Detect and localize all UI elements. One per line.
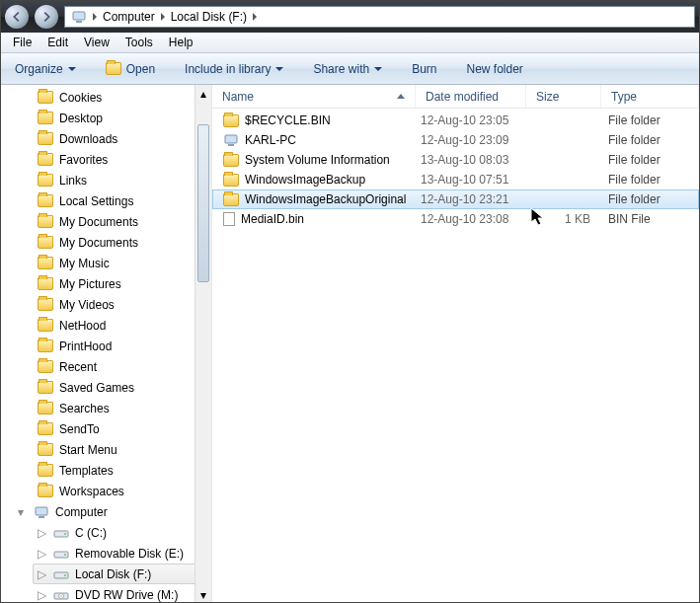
file-row[interactable]: WindowsImageBackupOriginal12-Aug-10 23:2…: [212, 189, 699, 209]
burn-button[interactable]: Burn: [406, 59, 442, 79]
organize-button[interactable]: Organize: [9, 59, 82, 79]
new-folder-label: New folder: [467, 62, 523, 76]
address-bar[interactable]: Computer Local Disk (F:): [64, 6, 695, 28]
burn-label: Burn: [412, 62, 436, 76]
menu-edit[interactable]: Edit: [39, 34, 76, 51]
file-row[interactable]: $RECYCLE.BIN12-Aug-10 23:05File folder: [212, 111, 699, 130]
file-row[interactable]: KARL-PC12-Aug-10 23:09File folder: [212, 130, 699, 150]
expander-icon[interactable]: ▷: [38, 526, 47, 540]
folder-icon: [38, 381, 53, 394]
tree-drive-item[interactable]: ▷DVD RW Drive (M:): [33, 584, 211, 603]
forward-button[interactable]: [35, 5, 58, 29]
tree-drive-label: Removable Disk (E:): [75, 547, 184, 561]
tree-item[interactable]: Templates: [33, 460, 211, 481]
drive-icon: [53, 546, 69, 562]
folder-icon: [38, 236, 53, 249]
file-name-label: WindowsImageBackup: [245, 173, 365, 187]
column-type[interactable]: Type: [601, 85, 699, 108]
tree-item-label: Recent: [59, 360, 97, 374]
tree-item[interactable]: Desktop: [33, 108, 211, 128]
tree-drive-label: C (C:): [75, 526, 107, 540]
tree-item[interactable]: Favorites: [33, 149, 211, 170]
menu-help[interactable]: Help: [161, 34, 201, 51]
folder-icon: [38, 112, 53, 124]
back-button[interactable]: [5, 5, 29, 29]
chevron-down-icon: [68, 67, 76, 71]
tree-item[interactable]: PrintHood: [33, 336, 211, 356]
tree-item-label: Cookies: [59, 91, 102, 105]
tree-item[interactable]: Local Settings: [33, 190, 211, 211]
share-with-button[interactable]: Share with: [307, 59, 388, 79]
tree-item[interactable]: Saved Games: [33, 377, 211, 398]
tree-item[interactable]: My Documents: [33, 232, 211, 253]
file-row[interactable]: WindowsImageBackup13-Aug-10 07:51File fo…: [212, 170, 699, 189]
tree-item[interactable]: Links: [33, 170, 211, 190]
tree-drive-item[interactable]: ▷Local Disk (F:): [33, 564, 211, 584]
tree-computer[interactable]: ▾Computer: [9, 501, 211, 522]
folder-icon: [38, 277, 53, 290]
folder-icon: [38, 153, 53, 166]
organize-label: Organize: [15, 62, 63, 76]
breadcrumb-root[interactable]: [67, 8, 91, 26]
include-in-library-button[interactable]: Include in library: [179, 59, 289, 79]
expander-icon[interactable]: ▷: [38, 588, 47, 602]
expander-icon[interactable]: ▷: [38, 547, 47, 561]
tree-item-label: Searches: [59, 402, 110, 415]
tree-item[interactable]: NetHood: [33, 315, 211, 336]
open-label: Open: [126, 62, 155, 76]
menu-tools[interactable]: Tools: [117, 34, 161, 51]
tree-item-label: Workspaces: [59, 485, 124, 498]
tree-item-label: SendTo: [59, 422, 100, 436]
file-type-label: File folder: [602, 153, 698, 167]
svg-rect-2: [36, 507, 47, 515]
file-date-label: 13-Aug-10 08:03: [417, 153, 527, 167]
breadcrumb-computer[interactable]: Computer: [99, 9, 159, 25]
svg-rect-3: [39, 516, 44, 518]
column-date[interactable]: Date modified: [416, 85, 526, 108]
file-row[interactable]: System Volume Information13-Aug-10 08:03…: [212, 150, 699, 170]
folder-icon: [38, 485, 53, 497]
folder-icon: [38, 298, 53, 311]
scroll-up-icon[interactable]: ▴: [195, 85, 211, 102]
file-type-label: File folder: [602, 192, 698, 206]
tree-item-label: My Documents: [59, 215, 138, 229]
tree-item-label: NetHood: [59, 319, 106, 333]
svg-rect-13: [225, 135, 237, 143]
tree-item[interactable]: Workspaces: [33, 481, 211, 501]
tree-item-label: Saved Games: [59, 381, 134, 395]
new-folder-button[interactable]: New folder: [461, 59, 529, 79]
tree-item-label: Start Menu: [59, 443, 117, 457]
tree-item[interactable]: Cookies: [33, 87, 211, 108]
open-button[interactable]: Open: [100, 59, 161, 79]
tree-item-label: Templates: [59, 464, 114, 478]
tree-item[interactable]: Downloads: [33, 128, 211, 149]
scroll-down-icon[interactable]: ▾: [195, 586, 211, 603]
menu-file[interactable]: File: [5, 34, 39, 51]
tree-item[interactable]: My Music: [33, 253, 211, 273]
expander-icon[interactable]: ▾: [18, 505, 28, 519]
tree-item[interactable]: My Documents: [33, 211, 211, 232]
column-date-label: Date modified: [426, 90, 499, 104]
tree-drive-item[interactable]: ▷Removable Disk (E:): [33, 543, 211, 564]
file-name-label: KARL-PC: [245, 133, 296, 147]
tree-item[interactable]: My Pictures: [33, 273, 211, 294]
tree-item[interactable]: SendTo: [33, 418, 211, 439]
column-name[interactable]: Name: [212, 85, 416, 108]
navigation-tree: CookiesDesktopDownloadsFavoritesLinksLoc…: [1, 85, 212, 603]
tree-item[interactable]: My Videos: [33, 294, 211, 315]
folder-icon: [223, 114, 239, 127]
menu-view[interactable]: View: [76, 34, 117, 51]
folder-icon: [38, 132, 53, 145]
file-row[interactable]: MediaID.bin12-Aug-10 23:081 KBBIN File: [212, 209, 699, 229]
tree-item[interactable]: Searches: [33, 398, 211, 418]
breadcrumb-drive[interactable]: Local Disk (F:): [167, 9, 251, 25]
tree-item-label: My Pictures: [59, 277, 121, 291]
scroll-thumb[interactable]: [197, 124, 209, 282]
tree-item[interactable]: Recent: [33, 356, 211, 377]
tree-drive-item[interactable]: ▷C (C:): [33, 522, 211, 543]
tree-scrollbar[interactable]: ▴ ▾: [194, 85, 211, 603]
expander-icon[interactable]: ▷: [38, 567, 47, 581]
column-size[interactable]: Size: [526, 85, 601, 108]
tree-item[interactable]: Start Menu: [33, 439, 211, 460]
file-type-label: File folder: [602, 113, 698, 127]
